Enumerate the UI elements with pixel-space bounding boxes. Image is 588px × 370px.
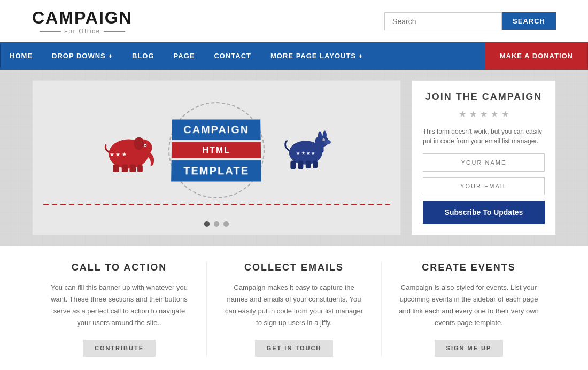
svg-point-2	[134, 137, 144, 150]
slider-inner: ★ ★ ★ CAMPAIGN HTML TEMPLATE	[33, 81, 400, 220]
col1-text: You can fill this banner up with whateve…	[48, 282, 190, 329]
donkey-icon: ★ ★ ★ ★	[275, 129, 334, 172]
dot-2[interactable]	[214, 221, 219, 227]
svg-text:★ ★ ★ ★: ★ ★ ★ ★	[296, 151, 315, 156]
nav-dropdowns[interactable]: DROP DOWNS +	[42, 42, 122, 70]
col1-title: CALL TO ACTION	[48, 262, 190, 273]
slider-dots	[33, 221, 400, 227]
search-area: SEARCH	[384, 12, 556, 30]
nav-donate[interactable]: MAKE A DONATION	[485, 42, 588, 70]
svg-rect-21	[313, 161, 318, 168]
col2-text: Campaign makes it easy to capture the na…	[223, 282, 365, 329]
svg-rect-3	[113, 164, 119, 172]
elephant-icon: ★ ★ ★	[99, 129, 158, 172]
logo-sub: For Office	[40, 28, 125, 34]
col3-title: CREATE EVENTS	[398, 262, 540, 273]
sidebar-description: This form doesn't work, but you can easi…	[423, 127, 545, 146]
sidebar: JOIN THE CAMPAIGN ★ ★ ★ ★ ★ This form do…	[412, 80, 556, 235]
svg-rect-5	[129, 164, 136, 172]
logo-campaign: CAMPAIGN	[32, 8, 133, 28]
svg-rect-4	[122, 164, 128, 172]
svg-rect-19	[298, 161, 304, 169]
star-1: ★	[459, 109, 466, 119]
col2-title: COLLECT EMAILS	[223, 262, 365, 273]
svg-text:★ ★ ★: ★ ★ ★	[110, 151, 127, 157]
main-content: ★ ★ ★ CAMPAIGN HTML TEMPLATE	[0, 70, 588, 246]
center-badge: CAMPAIGN HTML TEMPLATE	[168, 102, 265, 198]
nav-items: HOME DROP DOWNS + BLOG PAGE CONTACT MORE…	[0, 42, 485, 70]
svg-point-15	[324, 140, 330, 144]
header: CAMPAIGN For Office SEARCH	[0, 0, 588, 42]
subscribe-button[interactable]: Subscribe To Updates	[423, 201, 545, 224]
star-3: ★	[480, 109, 488, 119]
search-button[interactable]: SEARCH	[502, 12, 556, 30]
sidebar-title: JOIN THE CAMPAIGN	[423, 91, 545, 103]
nav-blog[interactable]: BLOG	[122, 42, 164, 70]
svg-point-8	[145, 145, 146, 146]
svg-rect-6	[137, 164, 143, 172]
search-input[interactable]	[384, 12, 502, 30]
dot-1[interactable]	[204, 221, 210, 227]
svg-rect-18	[290, 161, 296, 169]
slider-area: ★ ★ ★ CAMPAIGN HTML TEMPLATE	[32, 80, 401, 235]
nav-contact[interactable]: CONTACT	[204, 42, 261, 70]
bottom-col-1: CALL TO ACTION You can fill this banner …	[32, 262, 207, 357]
star-2: ★	[469, 109, 477, 119]
slider-divider	[43, 204, 390, 205]
badge-campaign: CAMPAIGN	[172, 120, 261, 140]
col3-text: Campaign is also styled for events. List…	[398, 282, 540, 329]
badge-stack: CAMPAIGN HTML TEMPLATE	[171, 120, 261, 182]
stars-row: ★ ★ ★ ★ ★	[423, 109, 545, 119]
badge-html: HTML	[172, 142, 261, 158]
email-input[interactable]	[423, 177, 545, 195]
svg-point-13	[318, 131, 322, 140]
star-5: ★	[501, 109, 509, 119]
nav-home[interactable]: HOME	[0, 42, 42, 70]
nav-more[interactable]: MORE PAGE LAYOUTS +	[261, 42, 373, 70]
name-input[interactable]	[423, 153, 545, 172]
get-in-touch-button[interactable]: GET IN TOUCH	[255, 340, 334, 357]
svg-point-14	[323, 131, 327, 140]
logo-area: CAMPAIGN For Office	[32, 8, 133, 34]
bottom-sections: CALL TO ACTION You can fill this banner …	[0, 246, 588, 370]
contribute-button[interactable]: CONTRIBUTE	[83, 340, 156, 357]
svg-point-17	[323, 139, 324, 140]
svg-rect-20	[306, 161, 311, 168]
bottom-col-3: CREATE EVENTS Campaign is also styled fo…	[382, 262, 556, 357]
star-4: ★	[491, 109, 498, 119]
dot-3[interactable]	[223, 221, 229, 227]
sign-me-up-button[interactable]: SIGN ME UP	[435, 340, 504, 357]
nav-bar: HOME DROP DOWNS + BLOG PAGE CONTACT MORE…	[0, 42, 588, 70]
bottom-col-2: COLLECT EMAILS Campaign makes it easy to…	[207, 262, 382, 357]
nav-page[interactable]: PAGE	[164, 42, 205, 70]
badge-template: TEMPLATE	[171, 160, 261, 182]
